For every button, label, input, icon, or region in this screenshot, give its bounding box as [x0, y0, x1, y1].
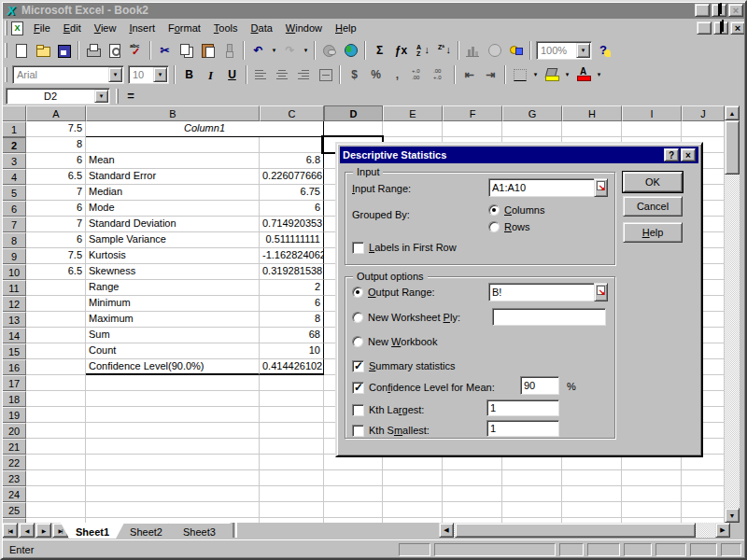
- cell-c20[interactable]: [260, 423, 324, 439]
- column-header-f[interactable]: F: [443, 105, 502, 121]
- cell-a24[interactable]: [26, 486, 86, 502]
- summary-statistics-label[interactable]: Summary statistics: [369, 360, 455, 371]
- font-select[interactable]: Arial▾: [12, 65, 124, 84]
- kth-smallest-label[interactable]: Kth Smallest:: [369, 425, 430, 436]
- cell-a11[interactable]: [26, 280, 86, 296]
- name-box[interactable]: D2 ▾: [6, 88, 110, 105]
- menu-data[interactable]: Data: [245, 21, 279, 35]
- kth-smallest-option[interactable]: Kth Smallest:: [352, 424, 430, 437]
- new-workbook-icon[interactable]: [10, 40, 32, 61]
- tab-split-handle[interactable]: [233, 523, 237, 538]
- cell-b16[interactable]: Confidence Level(90.0%): [86, 359, 260, 375]
- spelling-icon[interactable]: [125, 40, 147, 61]
- row-header-10[interactable]: 10: [2, 264, 26, 280]
- cell-f23[interactable]: [443, 470, 502, 486]
- labels-first-row-label[interactable]: Labels in First Row: [369, 242, 457, 253]
- columns-label[interactable]: Columns: [504, 204, 544, 216]
- confidence-level-label[interactable]: Confidence Level for Mean:: [369, 382, 495, 393]
- cell-b21[interactable]: [86, 439, 260, 455]
- cell-c6[interactable]: 6: [260, 201, 324, 217]
- cell-b23[interactable]: [86, 470, 260, 486]
- merge-center-icon[interactable]: [315, 64, 336, 85]
- cell-a3[interactable]: 6: [26, 153, 86, 169]
- cell-e25[interactable]: [383, 502, 443, 518]
- cell-b9[interactable]: Kurtosis: [86, 248, 260, 264]
- chevron-down-icon[interactable]: ▾: [594, 64, 604, 85]
- undo-icon[interactable]: ↶: [247, 40, 269, 61]
- cell-a21[interactable]: [26, 439, 86, 455]
- cell-c2[interactable]: [260, 137, 324, 153]
- row-header-12[interactable]: 12: [2, 296, 26, 312]
- labels-first-row-checkbox[interactable]: [352, 242, 364, 254]
- cell-a7[interactable]: 7: [26, 217, 86, 232]
- dialog-close-button[interactable]: ×: [681, 148, 696, 161]
- kth-largest-option[interactable]: Kth Largest:: [352, 403, 424, 416]
- cell-a2[interactable]: 8: [26, 137, 86, 153]
- percent-icon[interactable]: %: [365, 64, 387, 85]
- kth-largest-input[interactable]: [486, 399, 559, 416]
- cell-a9[interactable]: 7.5: [26, 248, 86, 264]
- cell-c17[interactable]: [260, 375, 324, 391]
- cell-b6[interactable]: Mode: [86, 201, 260, 217]
- labels-first-row-option[interactable]: Labels in First Row: [352, 241, 457, 254]
- format-painter-icon[interactable]: [218, 40, 240, 61]
- menu-file[interactable]: File: [27, 21, 57, 35]
- row-header-6[interactable]: 6: [2, 201, 26, 217]
- cell-a16[interactable]: [26, 359, 86, 375]
- cell-a15[interactable]: [26, 343, 86, 359]
- ok-button[interactable]: OK: [623, 172, 683, 192]
- new-worksheet-input[interactable]: [492, 308, 606, 326]
- dialog-title-bar[interactable]: Descriptive Statistics ? ×: [340, 147, 698, 163]
- row-header-9[interactable]: 9: [2, 248, 26, 264]
- font-size-select[interactable]: 10▾: [128, 65, 169, 84]
- cell-a19[interactable]: [26, 407, 86, 423]
- cell-b10[interactable]: Skewness: [86, 264, 260, 280]
- cell-c15[interactable]: 10: [260, 343, 324, 359]
- cell-a20[interactable]: [26, 423, 86, 439]
- minimize-button[interactable]: [695, 4, 710, 17]
- menu-view[interactable]: View: [88, 21, 123, 35]
- workbook-minimize-button[interactable]: [697, 21, 712, 35]
- row-header-20[interactable]: 20: [2, 423, 26, 439]
- cell-b22[interactable]: [86, 455, 260, 470]
- workbook-restore-button[interactable]: [713, 21, 728, 35]
- cell-b20[interactable]: [86, 423, 260, 439]
- row-header-8[interactable]: 8: [2, 232, 26, 248]
- cell-i23[interactable]: [622, 470, 682, 486]
- edit-formula-button[interactable]: =: [121, 88, 140, 105]
- cell-c14[interactable]: 68: [260, 328, 324, 343]
- cell-a12[interactable]: [26, 296, 86, 312]
- cell-a14[interactable]: [26, 328, 86, 343]
- columns-radio[interactable]: [488, 204, 500, 216]
- row-header-16[interactable]: 16: [2, 359, 26, 375]
- column-header-j[interactable]: J: [682, 105, 725, 121]
- chevron-down-icon[interactable]: ▾: [94, 90, 108, 103]
- row-header-3[interactable]: 3: [2, 153, 26, 169]
- row-header-2[interactable]: 2: [2, 137, 26, 153]
- column-header-d[interactable]: D: [324, 105, 383, 121]
- menu-insert[interactable]: Insert: [122, 21, 162, 35]
- cell-d24[interactable]: [324, 486, 383, 502]
- chevron-down-icon[interactable]: ▾: [576, 43, 590, 58]
- cell-c3[interactable]: 6.8: [260, 153, 324, 169]
- toolbar-grip[interactable]: [5, 43, 7, 58]
- cell-a13[interactable]: [26, 312, 86, 328]
- align-left-icon[interactable]: [250, 64, 272, 85]
- grouped-by-rows-option[interactable]: Rows: [488, 220, 530, 233]
- cell-c24[interactable]: [260, 486, 324, 502]
- help-button[interactable]: Help: [623, 222, 683, 243]
- cell-c13[interactable]: 8: [260, 312, 324, 328]
- cell-b24[interactable]: [86, 486, 260, 502]
- print-preview-icon[interactable]: [104, 40, 125, 61]
- scroll-down-icon[interactable]: ▼: [725, 508, 740, 523]
- paste-function-icon[interactable]: ƒx: [390, 40, 412, 61]
- cell-c10[interactable]: 0.319281538: [260, 264, 324, 280]
- cell-c5[interactable]: 6.75: [260, 185, 324, 201]
- cell-b17[interactable]: [86, 375, 260, 391]
- cell-b2[interactable]: [86, 137, 260, 153]
- confidence-level-checkbox[interactable]: [352, 382, 364, 394]
- cell-b14[interactable]: Sum: [86, 328, 260, 343]
- cell-c25[interactable]: [260, 502, 324, 518]
- cell-d23[interactable]: [324, 470, 383, 486]
- confidence-level-option[interactable]: Confidence Level for Mean:: [352, 381, 495, 394]
